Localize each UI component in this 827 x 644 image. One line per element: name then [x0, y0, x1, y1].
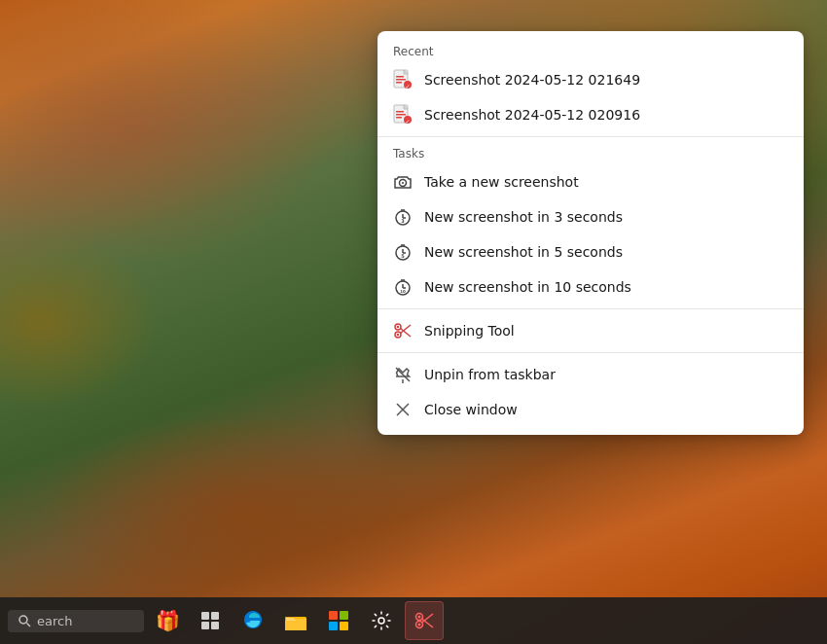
svg-line-56 [422, 614, 434, 623]
timer-3-icon: 3 [393, 207, 413, 227]
take-new-label: Take a new screenshot [424, 174, 579, 190]
svg-line-57 [422, 619, 434, 627]
taskbar-party-icon[interactable]: 🎁 [148, 601, 187, 640]
camera-icon [393, 172, 413, 192]
unpin-item[interactable]: Unpin from taskbar [378, 357, 804, 392]
svg-rect-9 [396, 111, 404, 113]
svg-text:3: 3 [401, 218, 405, 224]
screenshot-5s-item[interactable]: 5 New screenshot in 5 seconds [378, 234, 804, 269]
divider-1 [378, 136, 804, 137]
file-explorer-icon [284, 610, 307, 631]
svg-text:✓: ✓ [405, 83, 410, 89]
screenshot-3s-label: New screenshot in 3 seconds [424, 209, 623, 225]
taskbar-task-view[interactable] [191, 601, 230, 640]
svg-rect-50 [340, 611, 348, 620]
taskbar-edge[interactable] [234, 601, 272, 640]
tasks-section-label: Tasks [378, 141, 804, 164]
divider-3 [378, 352, 804, 353]
svg-text:✓: ✓ [405, 118, 410, 125]
snipping-tool-item[interactable]: Snipping Tool [378, 313, 804, 348]
svg-rect-46 [211, 622, 219, 629]
screenshot-file-icon-1: ✓ [393, 70, 413, 89]
divider-2 [378, 308, 804, 309]
svg-point-41 [19, 616, 27, 624]
recent-section-label: Recent [378, 39, 804, 62]
screenshot-file-icon-2: ✓ [393, 105, 413, 125]
svg-point-59 [418, 616, 421, 619]
svg-rect-51 [329, 622, 338, 630]
recent-item-2-label: Screenshot 2024-05-12 020916 [424, 107, 640, 123]
close-window-item[interactable]: Close window [378, 392, 804, 427]
svg-point-15 [402, 182, 404, 184]
svg-point-35 [397, 334, 399, 336]
unpin-icon [393, 365, 413, 384]
svg-rect-3 [396, 79, 406, 81]
close-icon [393, 400, 413, 419]
svg-rect-45 [201, 622, 209, 629]
search-icon [18, 614, 31, 627]
unpin-label: Unpin from taskbar [424, 367, 556, 382]
scissors-icon [393, 321, 413, 340]
snipping-tool-taskbar-icon [414, 610, 435, 631]
screenshot-3s-item[interactable]: 3 New screenshot in 3 seconds [378, 199, 804, 234]
taskbar: earch 🎁 [0, 597, 827, 644]
svg-line-42 [27, 624, 31, 627]
taskbar-files[interactable] [276, 601, 315, 640]
svg-rect-11 [396, 117, 402, 119]
take-new-screenshot-item[interactable]: Take a new screenshot [378, 164, 804, 199]
svg-point-53 [378, 618, 384, 624]
snipping-tool-label: Snipping Tool [424, 323, 515, 339]
close-label: Close window [424, 402, 518, 417]
svg-text:5: 5 [401, 253, 405, 259]
taskbar-search[interactable]: earch [8, 610, 144, 632]
timer-10-icon: 10 [393, 277, 413, 297]
store-icon [328, 610, 349, 631]
svg-point-36 [397, 326, 399, 328]
screenshot-10s-label: New screenshot in 10 seconds [424, 279, 631, 295]
screenshot-5s-label: New screenshot in 5 seconds [424, 244, 623, 260]
timer-5-icon: 5 [393, 242, 413, 262]
edge-icon [241, 609, 265, 632]
recent-item-2[interactable]: ✓ Screenshot 2024-05-12 020916 [378, 97, 804, 132]
svg-rect-43 [201, 612, 209, 620]
svg-rect-52 [340, 622, 348, 630]
task-view-icon [199, 610, 221, 631]
svg-point-58 [418, 624, 421, 626]
context-menu: Recent ✓ Screenshot 2024-05-12 021649 [378, 31, 804, 435]
svg-rect-2 [396, 76, 404, 78]
taskbar-snipping-tool[interactable] [405, 601, 444, 640]
screenshot-10s-item[interactable]: 10 New screenshot in 10 seconds [378, 269, 804, 304]
recent-item-1[interactable]: ✓ Screenshot 2024-05-12 021649 [378, 62, 804, 97]
svg-rect-49 [329, 611, 338, 620]
search-text: earch [37, 614, 72, 628]
svg-rect-4 [396, 82, 402, 84]
recent-item-1-label: Screenshot 2024-05-12 021649 [424, 72, 640, 88]
svg-rect-10 [396, 114, 406, 116]
svg-rect-44 [211, 612, 219, 620]
taskbar-store[interactable] [319, 601, 358, 640]
taskbar-settings[interactable] [362, 601, 401, 640]
svg-text:10: 10 [400, 289, 406, 294]
settings-icon [371, 610, 392, 631]
